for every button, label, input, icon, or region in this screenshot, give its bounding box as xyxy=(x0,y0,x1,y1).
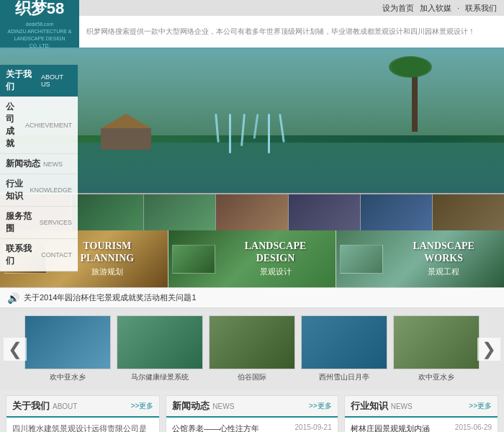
news-title-en: NEWS xyxy=(212,402,234,410)
sidebar-label-cn: 服务范围 xyxy=(6,210,37,235)
news-date: 2015-09-21 xyxy=(295,423,332,432)
hero-pavilion xyxy=(101,114,151,150)
news-list: 公馆养老——心性注方年 2015-09-21 关于2014年园治杯住宅景观成就 … xyxy=(172,422,331,432)
carousel-label-2: 马尔健康绿景系统 xyxy=(131,372,189,382)
news-content: 公馆养老——心性注方年 2015-09-21 关于2014年园治杯住宅景观成就 … xyxy=(166,418,337,432)
nav-join[interactable]: 加入软媒 xyxy=(420,3,451,14)
sidebar-label-en: SERVICES xyxy=(40,219,72,226)
carousel-label-5: 欢中亚水乡 xyxy=(418,372,454,382)
carousel-item-1[interactable]: 欢中亚水乡 xyxy=(24,315,111,382)
industry-title: 行业知识 xyxy=(351,400,388,413)
about-content: 四川雅水建筑景观设计远得责限公司是一家专业从事公共景观设计的企业。公司代理树流国… xyxy=(6,418,159,432)
sidebar-item-news[interactable]: 新闻动态 NEWS xyxy=(0,154,78,174)
left-nav: 关于我们 ABOUT US 公司成就 ACHIEVEMENT 新闻动态 NEWS… xyxy=(0,65,78,271)
carousel-image-3 xyxy=(209,315,295,369)
speaker-icon: 🔊 xyxy=(7,292,19,304)
about-more-button[interactable]: >>更多 xyxy=(131,401,154,411)
about-column: 关于我们 ABOUT >>更多 四川雅水建筑景观设计远得责限公司是一家专业从事公… xyxy=(6,395,160,432)
carousel-item-3[interactable]: 伯谷国际 xyxy=(209,315,295,382)
carousel-image-1 xyxy=(24,315,111,369)
industry-link[interactable]: 树林庄园景观规划内涵 xyxy=(351,423,452,432)
news-more-button[interactable]: >>更多 xyxy=(309,401,332,411)
carousel-label-4: 西州雪山日月亭 xyxy=(319,372,369,382)
thumb-7[interactable] xyxy=(433,194,504,230)
tourism-subtitle: 旅游规划 xyxy=(81,266,135,277)
top-bar: 设为首页 加入软媒 · 联系我们 xyxy=(79,0,504,16)
carousel-prev-button[interactable]: ❮ xyxy=(4,338,27,361)
news-item: 公馆养老——心性注方年 2015-09-21 xyxy=(172,422,331,432)
featured-landscape-works[interactable]: LANDSCAPEWORKS 景观工程 xyxy=(336,230,504,287)
carousel-item-4[interactable]: 西州雪山日月亭 xyxy=(301,315,387,382)
about-text: 四川雅水建筑景观设计远得责限公司是一家专业从事公共景观设计的企业。公司代理树流国… xyxy=(12,422,153,432)
carousel-inner: 欢中亚水乡 马尔健康绿景系统 伯谷国际 西州雪山日月亭 欢中亚水乡 xyxy=(0,315,504,382)
carousel-image-2 xyxy=(117,315,203,369)
carousel-next-button[interactable]: ❯ xyxy=(477,338,500,361)
sidebar-item-achievement[interactable]: 公司成就 ACHIEVEMENT xyxy=(0,97,78,154)
landscape-design-thumbnail xyxy=(172,245,215,274)
carousel-label-1: 欢中亚水乡 xyxy=(50,372,86,382)
featured-landscape-design[interactable]: LANDSCAPEDESIGN 景观设计 xyxy=(168,230,337,287)
carousel-image-4 xyxy=(301,315,387,369)
company-tagline: 织梦网络搜索提供一款中大型网络企业，本公司有着多年世界顶级网计划辅，毕业谱教成都… xyxy=(86,27,475,37)
about-title-en: ABOUT xyxy=(53,402,77,410)
header-right: 设为首页 加入软媒 · 联系我们 织梦网络搜索提供一款中大型网络企业，本公司有着… xyxy=(79,0,504,48)
sidebar-label-en: ABOUT US xyxy=(41,73,72,88)
logo-main: 织梦58 xyxy=(15,0,64,19)
sidebar-item-services[interactable]: 服务范围 SERVICES xyxy=(0,207,78,239)
industry-list: 树林庄园景观规划内涵 2015-06-29 优化花园景观设计三法则 2015-0… xyxy=(351,422,492,432)
logo-area: 织梦58 dede58.com ADINZU ARCHITECTURE & LA… xyxy=(0,0,79,48)
tourism-title: TOURISMPLANNING xyxy=(81,240,135,265)
sidebar-label-cn: 联系我们 xyxy=(6,243,38,267)
nav-home[interactable]: 设为首页 xyxy=(382,3,414,14)
thumb-3[interactable] xyxy=(144,194,216,230)
news-link[interactable]: 公馆养老——心性注方年 xyxy=(172,423,292,432)
ticker-text: 关于2014年园治杯住宅景观成就奖活动相关问题1 xyxy=(24,292,197,303)
news-title: 新闻动态 xyxy=(172,400,210,413)
industry-more-button[interactable]: >>更多 xyxy=(469,401,492,411)
logo-line1: dede58.com xyxy=(26,22,54,27)
thumb-6[interactable] xyxy=(361,194,433,230)
logo-line3: LANDSCAPE DESIGN CO.,LTD. xyxy=(14,36,65,48)
landscape-design-subtitle: 景观设计 xyxy=(245,266,307,277)
sidebar-label-cn: 公司成就 xyxy=(6,101,22,150)
industry-title-en: NEWS xyxy=(391,402,413,410)
about-title: 关于我们 xyxy=(12,400,50,413)
landscape-works-title: LANDSCAPEWORKS xyxy=(413,240,474,265)
news-ticker: 🔊 关于2014年园治杯住宅景观成就奖活动相关问题1 xyxy=(0,288,504,308)
industry-column: 行业知识 NEWS >>更多 树林庄园景观规划内涵 2015-06-29 优化花… xyxy=(344,395,498,432)
hero-fountains xyxy=(216,114,283,153)
sidebar-label-cn: 行业知识 xyxy=(6,178,27,202)
landscape-design-title: LANDSCAPEDESIGN xyxy=(245,240,307,265)
sidebar-label-en: NEWS xyxy=(43,161,63,168)
sidebar-label-cn: 关于我们 xyxy=(6,68,38,93)
landscape-works-thumbnail xyxy=(340,245,383,274)
sidebar-item-contact[interactable]: 联系我们 CONTACT xyxy=(0,239,78,271)
sidebar-label-cn: 新闻动态 xyxy=(6,158,40,170)
thumb-2[interactable] xyxy=(72,194,144,230)
news-column: 新闻动态 NEWS >>更多 公馆养老——心性注方年 2015-09-21 关于… xyxy=(166,395,338,432)
carousel-image-5 xyxy=(393,315,480,369)
sidebar-item-about[interactable]: 关于我们 ABOUT US xyxy=(0,65,78,97)
hero-palm-leaves xyxy=(389,56,432,78)
carousel-item-2[interactable]: 马尔健康绿景系统 xyxy=(117,315,203,382)
logo-line2: ADINZU ARCHITECTURE & xyxy=(7,29,71,34)
sidebar-item-knowledge[interactable]: 行业知识 KNOWLEDGE xyxy=(0,174,78,207)
thumb-5[interactable] xyxy=(289,194,361,230)
about-header: 关于我们 ABOUT >>更多 xyxy=(6,396,159,418)
sidebar-label-en: KNOWLEDGE xyxy=(30,186,72,194)
industry-content: 树林庄园景观规划内涵 2015-06-29 优化花园景观设计三法则 2015-0… xyxy=(345,418,498,432)
main-nav: 织梦网络搜索提供一款中大型网络企业，本公司有着多年世界顶级网计划辅，毕业谱教成都… xyxy=(79,16,504,48)
three-columns: 关于我们 ABOUT >>更多 四川雅水建筑景观设计远得责限公司是一家专业从事公… xyxy=(0,390,504,432)
carousel-section: ❮ 欢中亚水乡 马尔健康绿景系统 伯谷国际 西州雪山日月亭 欢中亚水乡 xyxy=(0,308,504,390)
carousel-item-5[interactable]: 欢中亚水乡 xyxy=(393,315,480,382)
industry-date: 2015-06-29 xyxy=(455,423,492,432)
news-header: 新闻动态 NEWS >>更多 xyxy=(166,396,337,418)
thumb-4[interactable] xyxy=(216,194,288,230)
header: 织梦58 dede58.com ADINZU ARCHITECTURE & LA… xyxy=(0,0,504,49)
nav-contact[interactable]: 联系我们 xyxy=(465,3,497,14)
carousel-label-3: 伯谷国际 xyxy=(238,372,266,382)
industry-header: 行业知识 NEWS >>更多 xyxy=(345,396,498,418)
logo-subtitle: dede58.com ADINZU ARCHITECTURE & LANDSCA… xyxy=(3,21,76,49)
sidebar-label-en: ACHIEVEMENT xyxy=(25,122,72,129)
sidebar-label-en: CONTACT xyxy=(41,251,72,258)
